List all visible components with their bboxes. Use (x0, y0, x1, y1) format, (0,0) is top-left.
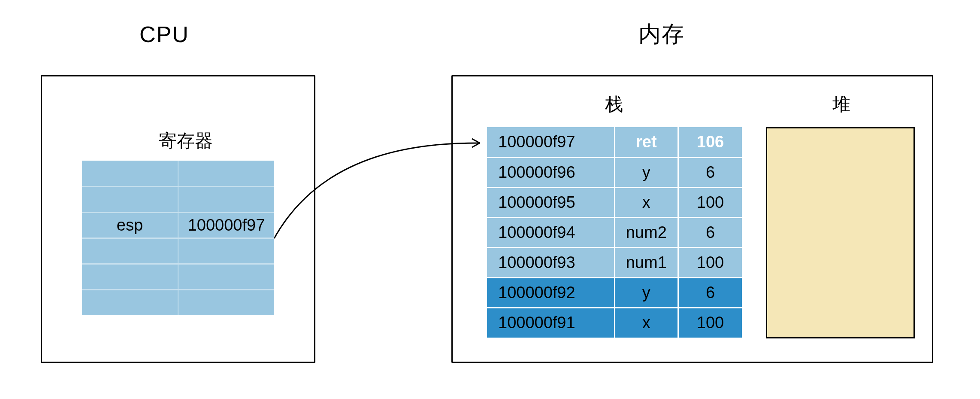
stack-row: 100000f93num1100 (487, 247, 742, 277)
stack-row: 100000f95x100 (487, 187, 742, 217)
stack-var-value: 6 (678, 157, 742, 187)
stack-addr: 100000f97 (487, 127, 614, 157)
stack-row: 100000f96y6 (487, 157, 742, 187)
stack-row: 100000f94num26 (487, 217, 742, 247)
stack-var-name: ret (614, 127, 678, 157)
stack-var-name: y (614, 277, 678, 308)
stack-addr: 100000f92 (487, 277, 614, 308)
stack-addr: 100000f96 (487, 157, 614, 187)
stack-var-value: 100 (678, 187, 742, 217)
heap-label: 堆 (832, 92, 850, 116)
stack-var-value: 100 (678, 308, 742, 338)
register-row (82, 161, 274, 186)
register-row (82, 289, 274, 315)
register-name: esp (82, 212, 178, 238)
esp-to-stack-arrow-icon (273, 118, 487, 247)
register-row-esp: esp 100000f97 (82, 212, 274, 238)
stack-row: 100000f91x100 (487, 308, 742, 338)
heap-box (766, 127, 915, 338)
stack-var-name: num2 (614, 217, 678, 247)
stack-var-name: y (614, 157, 678, 187)
stack-table: 100000f97ret106100000f96y6100000f95x1001… (487, 127, 742, 338)
stack-var-name: num1 (614, 247, 678, 277)
stack-var-name: x (614, 187, 678, 217)
stack-addr: 100000f95 (487, 187, 614, 217)
memory-title: 内存 (638, 19, 685, 49)
register-row (82, 238, 274, 264)
stack-var-value: 6 (678, 277, 742, 308)
stack-addr: 100000f91 (487, 308, 614, 338)
stack-addr: 100000f94 (487, 217, 614, 247)
cpu-title: CPU (139, 21, 189, 47)
stack-row: 100000f97ret106 (487, 127, 742, 157)
stack-var-value: 6 (678, 217, 742, 247)
stack-label: 栈 (605, 92, 623, 116)
registers-table: esp 100000f97 (82, 161, 274, 315)
stack-var-name: x (614, 308, 678, 338)
registers-label: 寄存器 (159, 129, 213, 153)
register-row (82, 264, 274, 289)
stack-addr: 100000f93 (487, 247, 614, 277)
stack-row: 100000f92y6 (487, 277, 742, 308)
register-value: 100000f97 (178, 212, 274, 238)
stack-var-value: 100 (678, 247, 742, 277)
register-row (82, 186, 274, 212)
stack-var-value: 106 (678, 127, 742, 157)
